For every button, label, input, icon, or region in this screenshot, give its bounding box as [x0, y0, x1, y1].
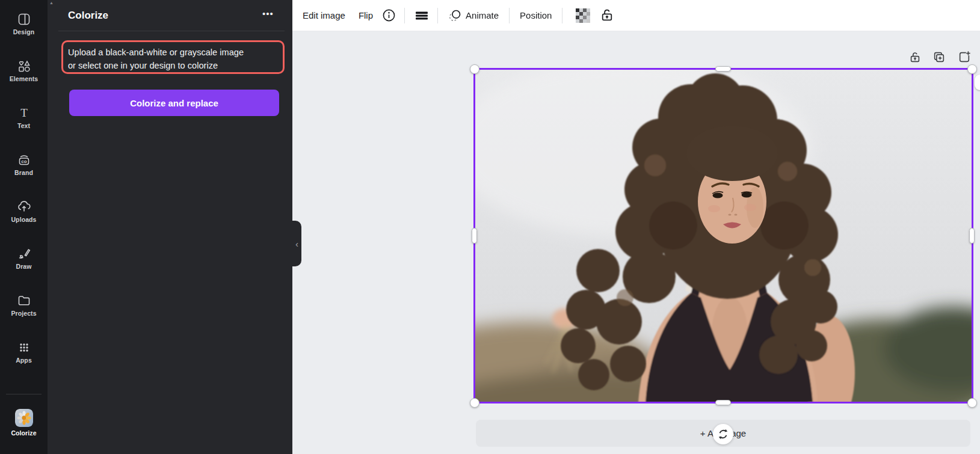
colorize-and-replace-button[interactable]: Colorize and replace [69, 90, 279, 116]
transparency-icon[interactable] [575, 7, 591, 24]
panel-collapse-tab[interactable]: ‹ [292, 221, 301, 266]
resize-handle-top-right[interactable] [967, 64, 977, 74]
adjust-levels-icon[interactable] [414, 8, 430, 23]
sidebar-item-label: Projects [11, 310, 36, 317]
colorize-app-icon [15, 409, 33, 427]
sidebar-item-label: Text [17, 122, 30, 129]
colorize-panel: ▲ Colorize ••• Upload a black-and-white … [48, 0, 292, 454]
sidebar-item-label: Draw [16, 263, 31, 270]
sidebar-item-label: Uploads [11, 216, 36, 223]
projects-icon [17, 293, 31, 308]
resize-handle-left[interactable] [472, 228, 477, 244]
sidebar-item-label: Design [13, 28, 35, 35]
unlock-page-icon[interactable] [908, 50, 922, 64]
position-button[interactable]: Position [520, 10, 552, 20]
flip-button[interactable]: Flip [359, 10, 373, 20]
sidebar-item-draw[interactable]: Draw [0, 247, 48, 270]
animate-icon [448, 8, 462, 23]
sidebar-item-uploads[interactable]: Uploads [0, 200, 48, 223]
design-page[interactable] [475, 69, 972, 402]
svg-text:T: T [20, 106, 28, 119]
tip-text-line2: or select one in your design to colorize [68, 59, 278, 72]
sidebar-item-projects[interactable]: Projects [0, 293, 48, 317]
uploads-icon [17, 200, 31, 214]
rail-divider [6, 394, 42, 394]
chevron-left-icon: ‹ [295, 239, 298, 248]
sidebar-item-elements[interactable]: Elements [0, 59, 48, 82]
draw-icon [17, 247, 31, 261]
sidebar-item-label: Apps [16, 357, 32, 364]
toolbar-separator [509, 8, 510, 23]
lock-open-icon[interactable] [600, 8, 615, 23]
more-icon[interactable]: ••• [262, 8, 274, 19]
sidebar-item-label: Colorize [11, 429, 36, 437]
panel-divider [58, 31, 285, 31]
sync-icon [717, 428, 729, 440]
sidebar-item-label: Elements [10, 75, 39, 82]
scroll-up-icon[interactable]: ▲ [49, 1, 54, 5]
brand-icon: co [17, 153, 31, 167]
elements-icon [17, 59, 31, 73]
sidebar-item-label: Brand [14, 169, 33, 176]
loading-spinner [713, 424, 733, 444]
image-toolbar: Edit image Flip Animate Position [292, 0, 980, 31]
duplicate-page-icon[interactable] [932, 50, 946, 64]
tip-highlight-box: Upload a black-and-white or grayscale im… [61, 40, 285, 74]
resize-handle-top-left[interactable] [470, 64, 479, 74]
apps-icon [17, 340, 31, 355]
panel-title: Colorize [68, 10, 108, 22]
resize-handle-right[interactable] [969, 228, 975, 244]
tip-text-line1: Upload a black-and-white or grayscale im… [68, 46, 278, 59]
resize-handle-bottom-right[interactable] [967, 398, 977, 408]
animate-label: Animate [466, 10, 499, 20]
animate-button[interactable]: Animate [448, 8, 499, 23]
scroll-pill[interactable] [975, 75, 980, 90]
resize-handle-bottom[interactable] [715, 400, 731, 405]
toolbar-separator [437, 8, 438, 23]
add-page-icon[interactable] [957, 50, 972, 64]
text-icon: T [17, 106, 31, 120]
toolbar-separator [562, 8, 562, 23]
sidebar-item-text[interactable]: T Text [0, 106, 48, 129]
sidebar-rail: Design Elements T Text co Brand [0, 0, 48, 454]
sidebar-item-design[interactable]: Design [0, 12, 48, 35]
info-icon[interactable] [381, 8, 396, 23]
toolbar-separator [404, 8, 405, 23]
design-icon [17, 12, 31, 26]
sidebar-item-brand[interactable]: co Brand [0, 153, 48, 176]
edit-image-button[interactable]: Edit image [303, 10, 345, 20]
sidebar-item-apps[interactable]: Apps [0, 340, 48, 364]
resize-handle-top[interactable] [715, 66, 731, 72]
resize-handle-bottom-left[interactable] [470, 398, 479, 408]
svg-text:co: co [21, 159, 26, 164]
sidebar-item-colorize-app[interactable]: Colorize [0, 409, 48, 437]
photo-woman-portrait [475, 69, 972, 402]
canva-editor-window: Design Elements T Text co Brand [0, 0, 980, 454]
